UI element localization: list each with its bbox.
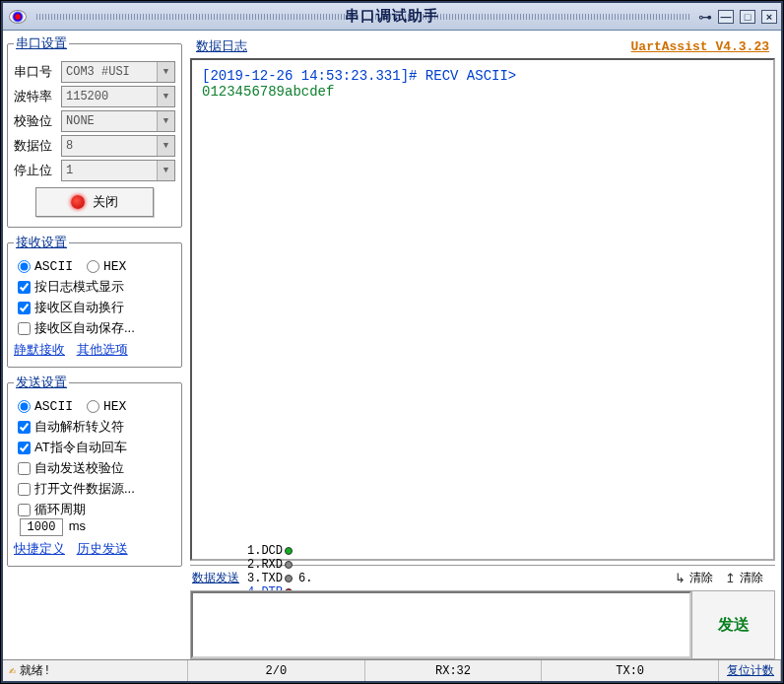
parity-label: 校验位 xyxy=(14,112,61,130)
port-select[interactable]: COM3 #USI▼ xyxy=(61,61,175,83)
app-logo-icon xyxy=(9,10,27,24)
status-tx: TX:0 xyxy=(542,660,719,681)
pin-dcd: 1.DCD xyxy=(247,544,293,558)
up-icon[interactable]: ↥ xyxy=(725,571,736,585)
reset-count-link[interactable]: 复位计数 xyxy=(719,660,781,681)
connection-status-icon xyxy=(71,195,85,209)
chevron-down-icon[interactable]: ▼ xyxy=(157,136,174,156)
baud-label: 波特率 xyxy=(14,88,61,105)
stopbits-label: 停止位 xyxy=(14,162,61,179)
log-meta-line: [2019-12-26 14:53:23.331]# RECV ASCII> xyxy=(202,68,763,84)
open-close-button[interactable]: 关闭 xyxy=(35,187,154,217)
version-label[interactable]: UartAssist V4.3.23 xyxy=(631,39,769,54)
left-panel: 串口设置 串口号 COM3 #USI▼ 波特率 115200▼ 校验位 NONE… xyxy=(3,31,188,659)
parity-select[interactable]: NONE▼ xyxy=(61,110,175,132)
chevron-down-icon[interactable]: ▼ xyxy=(157,161,174,180)
recv-hex-radio[interactable]: HEX xyxy=(87,259,126,274)
right-panel: 数据日志 UartAssist V4.3.23 [2019-12-26 14:5… xyxy=(188,31,781,659)
clear-send-link[interactable]: 清除 xyxy=(689,570,713,586)
minimize-button[interactable]: — xyxy=(718,10,734,24)
serial-legend: 串口设置 xyxy=(14,34,69,52)
return-icon[interactable]: ↳ xyxy=(675,571,686,585)
quick-define-link[interactable]: 快捷定义 xyxy=(14,541,65,556)
status-counts: 2/0 xyxy=(188,660,365,681)
ready-label: 就绪! xyxy=(20,662,50,679)
send-autochecksum-check[interactable]: 自动发送校验位 xyxy=(18,459,175,477)
history-send-link[interactable]: 历史发送 xyxy=(77,541,128,556)
titlebar-grip xyxy=(34,14,355,20)
chevron-down-icon[interactable]: ▼ xyxy=(157,62,174,82)
port-label: 串口号 xyxy=(14,63,61,81)
databits-label: 数据位 xyxy=(14,137,61,155)
recv-settings-group: 接收设置 ASCII HEX 按日志模式显示 接收区自动换行 接收区自动保存..… xyxy=(7,234,182,368)
log-textarea[interactable]: [2019-12-26 14:53:23.331]# RECV ASCII> 0… xyxy=(190,58,775,561)
stopbits-select[interactable]: 1▼ xyxy=(61,160,175,181)
recv-legend: 接收设置 xyxy=(14,234,69,251)
send-atcr-check[interactable]: AT指令自动回车 xyxy=(18,439,175,456)
recv-logmode-check[interactable]: 按日志模式显示 xyxy=(18,278,175,296)
maximize-button[interactable]: □ xyxy=(740,10,755,24)
silent-recv-link[interactable]: 静默接收 xyxy=(14,342,65,357)
close-button[interactable]: × xyxy=(761,10,777,24)
recv-ascii-radio[interactable]: ASCII xyxy=(18,259,73,274)
send-title: 数据发送 xyxy=(192,570,239,586)
other-options-link[interactable]: 其他选项 xyxy=(77,342,128,357)
send-settings-group: 发送设置 ASCII HEX 自动解析转义符 AT指令自动回车 自动发送校验位 … xyxy=(7,374,182,567)
send-input[interactable] xyxy=(191,591,691,658)
status-rx: RX:32 xyxy=(365,660,543,681)
status-dot-icon xyxy=(285,547,293,555)
send-loop-check[interactable]: 循环周期 xyxy=(18,501,175,518)
close-button-label: 关闭 xyxy=(93,193,118,211)
send-hex-radio[interactable]: HEX xyxy=(87,399,126,414)
clear-recv-link[interactable]: 清除 xyxy=(740,570,763,586)
ms-label: ms xyxy=(69,518,86,533)
window-title: 串口调试助手 xyxy=(345,7,439,26)
pin-icon[interactable]: ⊶ xyxy=(698,9,712,25)
log-data-line: 0123456789abcdef xyxy=(202,84,763,100)
serial-settings-group: 串口设置 串口号 COM3 #USI▼ 波特率 115200▼ 校验位 NONE… xyxy=(7,34,182,228)
databits-select[interactable]: 8▼ xyxy=(61,135,175,157)
send-ascii-radio[interactable]: ASCII xyxy=(18,399,73,414)
chevron-down-icon[interactable]: ▼ xyxy=(157,111,174,131)
status-dot-icon xyxy=(285,575,293,582)
log-title: 数据日志 xyxy=(196,37,247,55)
send-header: 数据发送 1.DCD2.RXD3.TXD4.DTR5.GND 6. ↳ 清除 ↥… xyxy=(190,565,775,590)
recv-autosave-check[interactable]: 接收区自动保存... xyxy=(18,319,175,337)
chevron-down-icon[interactable]: ▼ xyxy=(157,87,174,106)
pin-txd: 3.TXD xyxy=(247,572,293,585)
send-legend: 发送设置 xyxy=(14,374,69,391)
send-button[interactable]: 发送 xyxy=(691,591,774,658)
statusbar: ✍ 就绪! 2/0 RX:32 TX:0 复位计数 xyxy=(3,659,781,681)
loop-period-input[interactable] xyxy=(20,518,63,536)
recv-autowrap-check[interactable]: 接收区自动换行 xyxy=(18,299,175,316)
pin-6: 6. xyxy=(298,572,312,585)
baud-select[interactable]: 115200▼ xyxy=(61,86,175,107)
send-escape-check[interactable]: 自动解析转义符 xyxy=(18,418,175,436)
status-dot-icon xyxy=(285,561,293,569)
send-openfile-check[interactable]: 打开文件数据源... xyxy=(18,480,175,498)
titlebar: 串口调试助手 ⊶ — □ × xyxy=(3,3,781,31)
ready-icon: ✍ xyxy=(9,663,16,678)
pin-rxd: 2.RXD xyxy=(247,558,293,572)
